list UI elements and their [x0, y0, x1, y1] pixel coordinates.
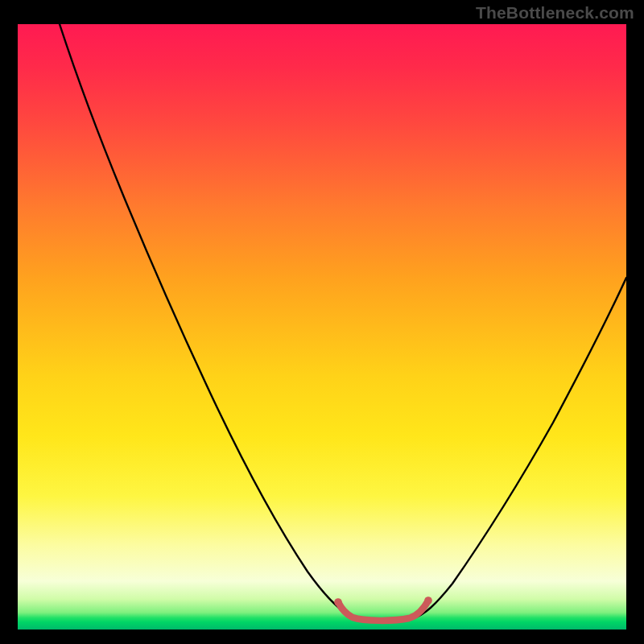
chart-overlay: [18, 24, 626, 630]
chart-frame: TheBottleneck.com: [0, 0, 644, 644]
svg-point-1: [424, 597, 432, 605]
chart-plot-area: [18, 24, 626, 630]
watermark-text: TheBottleneck.com: [476, 3, 634, 23]
bottleneck-curve: [60, 24, 626, 620]
svg-point-0: [334, 598, 342, 606]
optimal-zone-marker: [334, 597, 432, 621]
